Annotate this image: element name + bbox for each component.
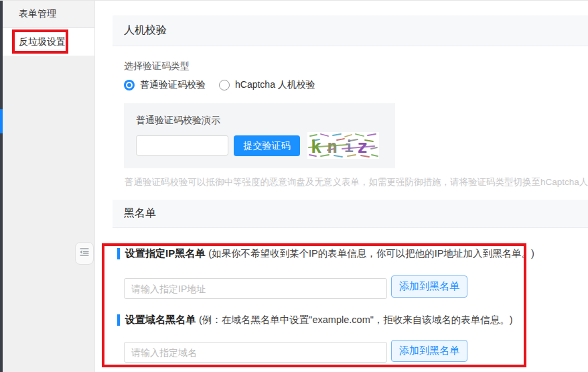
captcha-type-label: 选择验证码类型 — [124, 60, 190, 72]
domain-blacklist-header: 设置域名黑名单 (例：在域名黑名单中设置"example.com"，拒收来自该域… — [117, 314, 513, 326]
radio-selected-icon — [124, 80, 135, 90]
collapse-sidebar-button[interactable] — [75, 242, 94, 265]
captcha-demo-label: 普通验证码校验演示 — [136, 115, 220, 127]
radio-unselected-icon — [219, 80, 230, 90]
radio-hcaptcha[interactable]: hCaptcha 人机校验 — [219, 79, 315, 91]
submit-captcha-button[interactable]: 提交验证码 — [234, 135, 300, 156]
section-header-blacklist: 黑名单 — [113, 200, 588, 228]
captcha-char-3: i — [344, 138, 354, 156]
section-title: 黑名单 — [124, 206, 156, 221]
ip-blacklist-desc: (如果你不希望收到某个IP的表单信息，你可以把他的IP地址加入到黑名单。) — [208, 247, 534, 260]
sidebar-item-form-management[interactable]: 表单管理 — [3, 1, 94, 28]
anti-spam-settings-page: 表单管理 反垃圾设置 人机校验 选择验证码类型 普通验证码校验 — [0, 0, 588, 372]
radio-label: hCaptcha 人机校验 — [235, 79, 315, 91]
domain-blacklist-desc: (例：在域名黑名单中设置"example.com"，拒收来自该域名的表单信息。) — [199, 314, 513, 326]
radio-normal-captcha[interactable]: 普通验证码校验 — [124, 79, 206, 91]
domain-blacklist-title: 设置域名黑名单 — [125, 314, 196, 326]
ip-blacklist-header: 设置指定IP黑名单 (如果你不希望收到某个IP的表单信息，你可以把他的IP地址加… — [117, 247, 534, 260]
ip-blacklist-input[interactable] — [124, 278, 387, 299]
captcha-demo-panel: 普通验证码校验演示 提交验证码 — [124, 103, 395, 168]
captcha-input[interactable] — [136, 135, 228, 156]
add-domain-to-blacklist-button[interactable]: 添加到黑名单 — [391, 340, 467, 362]
settings-sidebar: 表单管理 反垃圾设置 — [3, 1, 95, 372]
menu-fold-icon — [78, 246, 90, 261]
section-title: 人机校验 — [124, 23, 167, 38]
blue-accent-bar — [117, 314, 120, 326]
section-header-captcha: 人机校验 — [113, 15, 588, 46]
sidebar-item-label: 表单管理 — [19, 8, 56, 20]
captcha-image[interactable]: k n i z — [307, 132, 379, 159]
domain-blacklist-input[interactable] — [124, 342, 387, 363]
captcha-type-radio-group: 普通验证码校验 hCaptcha 人机校验 — [124, 79, 315, 91]
add-ip-to-blacklist-button[interactable]: 添加到黑名单 — [391, 275, 467, 298]
sidebar-item-antispam-settings[interactable]: 反垃圾设置 — [3, 28, 94, 56]
ip-blacklist-title: 设置指定IP黑名单 — [125, 247, 205, 260]
sidebar-item-label: 反垃圾设置 — [19, 36, 66, 48]
radio-label: 普通验证码校验 — [140, 79, 206, 91]
captcha-hint-text: 普通验证码校验可以抵御中等强度的恶意询盘及无意义表单，如需更强防御措施，请将验证… — [125, 176, 588, 188]
blue-accent-bar — [117, 248, 120, 259]
